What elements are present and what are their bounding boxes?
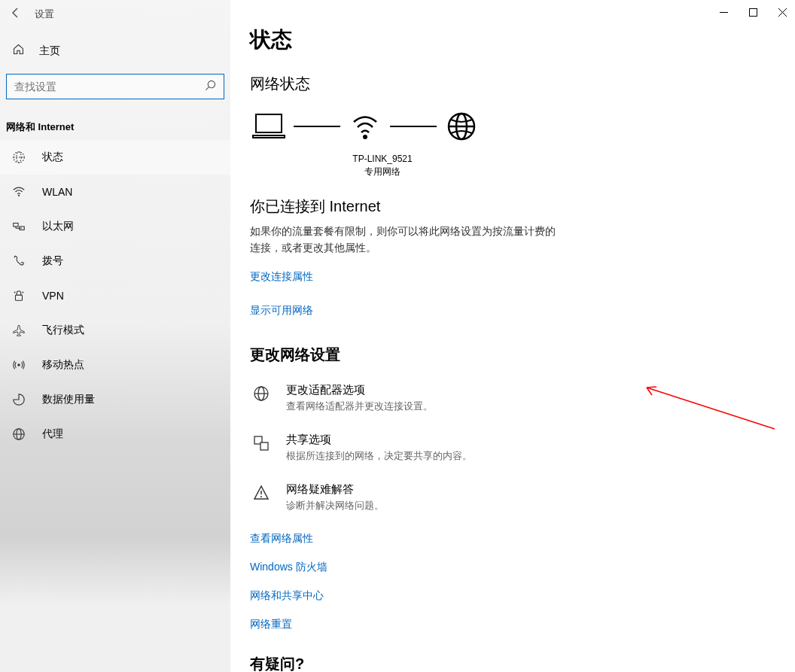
airplane-icon — [12, 324, 26, 337]
svg-point-16 — [23, 292, 24, 293]
sidebar-item-label: 移动热点 — [42, 358, 84, 372]
svg-point-9 — [18, 195, 20, 196]
sidebar-item-label: 代理 — [42, 427, 63, 441]
sidebar-item-label: WLAN — [42, 186, 72, 198]
minimize-button[interactable] — [718, 7, 729, 17]
sidebar-section-header: 网络和 Internet — [0, 113, 230, 140]
window-title: 设置 — [35, 8, 54, 21]
svg-point-4 — [208, 81, 215, 87]
svg-line-5 — [206, 87, 209, 90]
maximize-button[interactable] — [748, 7, 758, 17]
option-title: 共享选项 — [286, 433, 472, 447]
close-button[interactable] — [777, 7, 787, 17]
sidebar-item-label: 拨号 — [42, 254, 63, 268]
connected-desc: 如果你的流量套餐有限制，则你可以将此网络设置为按流量计费的连接，或者更改其他属性… — [250, 223, 559, 257]
hotspot-icon — [12, 358, 26, 372]
sidebar-item-label: 以太网 — [42, 220, 74, 233]
svg-point-15 — [14, 292, 16, 293]
link-change-connection-props[interactable]: 更改连接属性 — [250, 270, 313, 284]
option-sharing[interactable]: 共享选项 根据所连接到的网络，决定要共享的内容。 — [250, 433, 777, 463]
link-network-sharing-center[interactable]: 网络和共享中心 — [250, 589, 777, 603]
sidebar-home[interactable]: 主页 — [0, 34, 230, 68]
option-desc: 诊断并解决网络问题。 — [286, 499, 384, 512]
svg-rect-14 — [16, 295, 23, 300]
wifi-icon — [12, 185, 26, 199]
back-button[interactable] — [9, 7, 21, 23]
link-show-available-networks[interactable]: 显示可用网络 — [250, 304, 313, 318]
sidebar-item-status[interactable]: 状态 — [0, 140, 230, 175]
option-title: 更改适配器选项 — [286, 383, 433, 397]
option-adapter[interactable]: 更改适配器选项 查看网络适配器并更改连接设置。 — [250, 383, 777, 413]
sidebar-item-hotspot[interactable]: 移动热点 — [0, 348, 230, 382]
svg-rect-30 — [260, 442, 268, 450]
sidebar-item-label: 飞行模式 — [42, 324, 84, 337]
svg-rect-10 — [14, 223, 18, 227]
svg-rect-1 — [749, 8, 757, 16]
sidebar-item-dialup[interactable]: 拨号 — [0, 244, 230, 278]
sidebar-item-proxy[interactable]: 代理 — [0, 417, 230, 452]
connected-title: 你已连接到 Internet — [250, 196, 777, 217]
globe-icon — [12, 151, 26, 164]
vpn-icon — [12, 289, 26, 303]
option-desc: 根据所连接到的网络，决定要共享的内容。 — [286, 449, 472, 463]
proxy-icon — [12, 427, 26, 441]
sidebar-item-ethernet[interactable]: 以太网 — [0, 209, 230, 244]
sidebar-item-label: 状态 — [42, 151, 63, 164]
troubleshoot-icon — [250, 482, 273, 502]
internet-globe-icon — [443, 111, 480, 142]
sidebar-item-datausage[interactable]: 数据使用量 — [0, 382, 230, 417]
sidebar: 设置 主页 网络和 Internet 状态 WLAN — [0, 0, 230, 672]
sidebar-item-airplane[interactable]: 飞行模式 — [0, 313, 230, 348]
connection-line — [390, 126, 437, 127]
svg-rect-21 — [256, 114, 282, 132]
change-settings-title: 更改网络设置 — [250, 345, 777, 365]
laptop-icon — [250, 111, 288, 142]
svg-point-17 — [17, 363, 20, 366]
sidebar-item-vpn[interactable]: VPN — [0, 278, 230, 313]
link-network-reset[interactable]: 网络重置 — [250, 618, 777, 631]
wifi-router-icon — [346, 111, 384, 142]
sidebar-item-label: VPN — [42, 290, 64, 302]
svg-point-22 — [363, 135, 367, 139]
option-desc: 查看网络适配器并更改连接设置。 — [286, 400, 433, 413]
network-status-title: 网络状态 — [250, 74, 777, 94]
sidebar-item-wlan[interactable]: WLAN — [0, 175, 230, 209]
search-icon — [205, 80, 216, 93]
home-label: 主页 — [39, 44, 60, 58]
datausage-icon — [12, 393, 26, 406]
search-input[interactable] — [14, 81, 205, 93]
link-windows-firewall[interactable]: Windows 防火墙 — [250, 561, 777, 574]
home-icon — [12, 43, 26, 59]
link-view-network-props[interactable]: 查看网络属性 — [250, 532, 777, 546]
ethernet-icon — [12, 220, 26, 233]
main-content: 状态 网络状态 TP-LINK_9521 专用网络 你已连接到 Internet… — [230, 0, 795, 672]
search-box[interactable] — [6, 74, 224, 99]
adapter-icon — [250, 383, 273, 403]
dialup-icon — [12, 254, 26, 268]
option-troubleshoot[interactable]: 网络疑难解答 诊断并解决网络问题。 — [250, 482, 777, 512]
wifi-name: TP-LINK_9521 — [315, 153, 450, 166]
sharing-icon — [250, 433, 273, 452]
sidebar-item-label: 数据使用量 — [42, 393, 95, 406]
svg-point-32 — [260, 496, 262, 497]
option-title: 网络疑难解答 — [286, 482, 384, 497]
question-title: 有疑问? — [250, 654, 777, 672]
network-diagram — [250, 111, 777, 142]
wifi-labels: TP-LINK_9521 专用网络 — [315, 153, 450, 178]
wifi-type: 专用网络 — [315, 166, 450, 178]
connection-line — [294, 126, 340, 127]
page-title: 状态 — [250, 26, 777, 54]
